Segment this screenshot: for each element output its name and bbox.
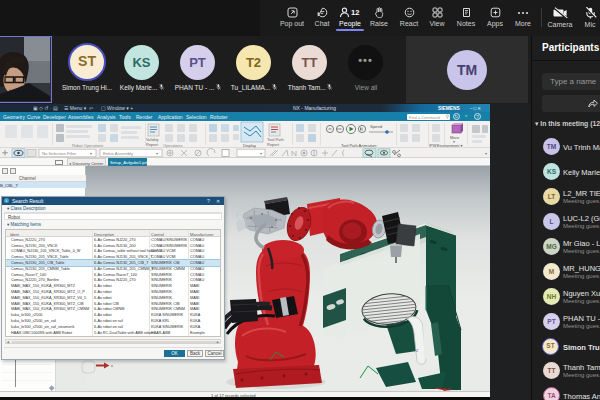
- svg-text:Operations: Operations: [163, 143, 183, 148]
- svg-text:Environment ▾: Environment ▾: [437, 143, 463, 148]
- svg-text:·: ·: [233, 151, 234, 156]
- svg-text:Robot Operations: Robot Operations: [72, 143, 103, 148]
- svg-text:Speed: Speed: [370, 124, 383, 129]
- svg-text:Report: Report: [146, 142, 159, 147]
- svg-text:▾: ▾: [156, 151, 158, 156]
- svg-text:▾: ▾: [90, 151, 92, 156]
- svg-text:▾: ▾: [485, 151, 487, 156]
- svg-text:Display: Display: [243, 143, 256, 148]
- svg-text:Report: Report: [267, 142, 280, 147]
- svg-text:Entire Assembly: Entire Assembly: [103, 151, 134, 156]
- svg-text:No Selection Filter: No Selection Filter: [42, 151, 77, 156]
- svg-text:▾: ▾: [260, 151, 262, 156]
- svg-text:Tool Path Animation: Tool Path Animation: [341, 143, 376, 148]
- svg-text:IPW: IPW: [429, 143, 437, 148]
